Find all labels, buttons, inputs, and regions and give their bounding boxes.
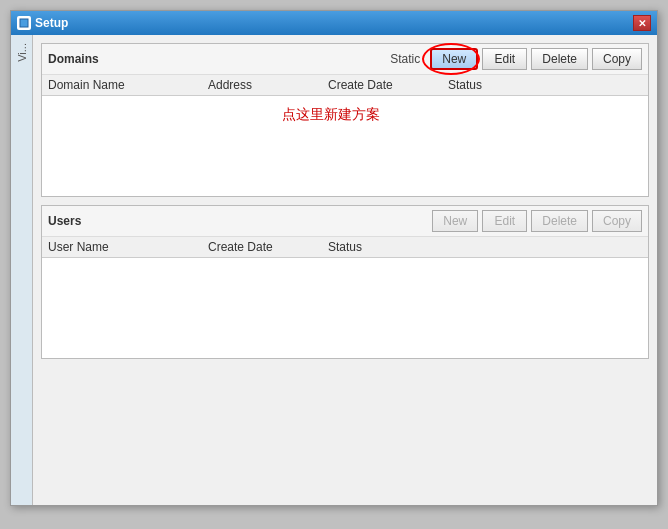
sidebar-label[interactable]: Vi... (16, 43, 28, 62)
domains-section: Domains Static New Edit Delete Copy D (41, 43, 649, 197)
users-edit-button[interactable]: Edit (482, 210, 527, 232)
domains-label: Domains (48, 52, 99, 66)
domains-edit-button[interactable]: Edit (482, 48, 527, 70)
domains-header: Domains Static New Edit Delete Copy (42, 44, 648, 75)
domains-new-button[interactable]: New (430, 48, 478, 70)
setup-window: Setup ✕ Vi... Domains Static New (10, 10, 658, 506)
users-label: Users (48, 214, 81, 228)
static-label: Static (390, 52, 420, 66)
window-icon (17, 16, 31, 30)
users-toolbar: New Edit Delete Copy (432, 210, 642, 232)
users-delete-button[interactable]: Delete (531, 210, 588, 232)
col-create-date: Create Date (328, 78, 448, 92)
col-domain-name: Domain Name (48, 78, 208, 92)
users-table-content (42, 258, 648, 358)
users-new-button[interactable]: New (432, 210, 478, 232)
title-bar: Setup ✕ (11, 11, 657, 35)
users-header: Users New Edit Delete Copy (42, 206, 648, 237)
title-bar-left: Setup (17, 16, 68, 30)
users-table-header: User Name Create Date Status (42, 237, 648, 258)
sidebar: Vi... (11, 35, 33, 505)
close-button[interactable]: ✕ (633, 15, 651, 31)
col-user-create-date: Create Date (208, 240, 328, 254)
domains-table-header: Domain Name Address Create Date Status (42, 75, 648, 96)
col-user-status: Status (328, 240, 448, 254)
users-copy-button[interactable]: Copy (592, 210, 642, 232)
col-status: Status (448, 78, 568, 92)
domains-toolbar: Static New Edit Delete Copy (390, 48, 642, 70)
col-address: Address (208, 78, 328, 92)
svg-rect-0 (20, 19, 28, 27)
domains-delete-button[interactable]: Delete (531, 48, 588, 70)
users-section: Users New Edit Delete Copy User Name Cre… (41, 205, 649, 359)
annotation-text: 点这里新建方案 (282, 106, 380, 124)
domains-table-content: 点这里新建方案 (42, 96, 648, 196)
main-content: Domains Static New Edit Delete Copy D (33, 35, 657, 505)
window-title: Setup (35, 16, 68, 30)
window-body: Vi... Domains Static New Edit Delete (11, 35, 657, 505)
title-bar-controls: ✕ (633, 15, 651, 31)
col-user-name: User Name (48, 240, 208, 254)
domains-copy-button[interactable]: Copy (592, 48, 642, 70)
new-btn-wrapper: New (430, 48, 478, 70)
